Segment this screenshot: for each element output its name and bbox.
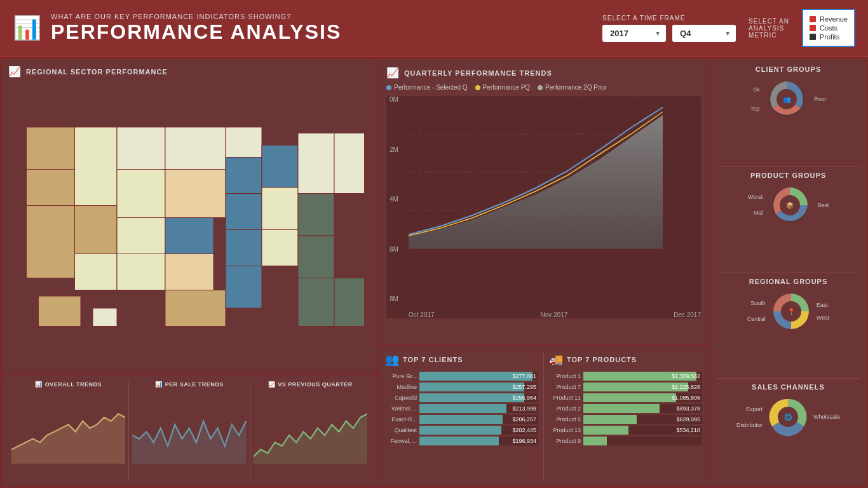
product-bar-row: Product 11 $1,085,806 <box>549 393 702 402</box>
left-panel: 📈 REGIONAL SECTOR PERFORMANCE <box>2 59 377 486</box>
state-nm[interactable] <box>117 254 165 290</box>
time-frame-label: SELECT A TIME FRAME <box>602 15 685 22</box>
state-nc-sc[interactable] <box>298 236 334 278</box>
client-bar-fill: $213,998 <box>419 404 506 413</box>
product-left-label: Worst Mid <box>748 194 763 216</box>
state-ak[interactable] <box>39 296 81 327</box>
state-tx[interactable] <box>165 290 226 327</box>
client-groups-title: CLIENT GROUPS <box>717 65 860 73</box>
state-mn[interactable] <box>226 127 262 158</box>
state-nv[interactable] <box>75 206 118 254</box>
client-bar-value: $206,257 <box>512 416 536 423</box>
state-ks[interactable] <box>165 218 214 254</box>
product-bar-value: $629,095 <box>676 416 700 423</box>
map-header: 📈 REGIONAL SECTOR PERFORMANCE <box>8 65 370 78</box>
products-block: 🚚 TOP 7 PRODUCTS Product 1 $1,309,582 Pr… <box>544 353 702 480</box>
client-bar-label: Medline <box>385 384 417 390</box>
quarterly-title: QUARTERLY PERFORMANCE TRENDS <box>404 69 552 77</box>
client-bar-label: Weimei ... <box>385 405 417 412</box>
overall-trends: 📊 OVERALL TRENDS <box>8 381 129 480</box>
client-bar-label: Qualitest <box>385 427 417 433</box>
clients-icon: 👥 <box>385 353 399 367</box>
product-bar-fill: $1,309,582 <box>583 372 696 381</box>
legend-selected: Performance - Selected Q <box>386 84 468 91</box>
product-bar-value: $534,210 <box>676 427 700 433</box>
state-fl[interactable] <box>334 278 365 327</box>
state-ky-wv[interactable] <box>298 194 334 236</box>
state-il[interactable] <box>262 187 298 230</box>
state-az[interactable] <box>75 254 118 290</box>
client-bar-track: $196,934 <box>419 437 538 445</box>
sales-donut-icon: 🌐 <box>784 413 792 421</box>
client-bar-row: Fenwal, ... $196,934 <box>385 437 538 445</box>
state-wa[interactable] <box>27 127 75 170</box>
overall-chart <box>11 391 125 480</box>
per-sale-icon: 📊 <box>155 381 163 388</box>
product-bar-track: $629,095 <box>583 415 702 424</box>
state-ar[interactable] <box>226 230 262 266</box>
client-bar-row: Qualitest $202,445 <box>385 426 538 435</box>
client-bar-label: Pure Gr... <box>385 373 417 379</box>
legend-dot-pq <box>475 85 480 90</box>
legend-2q: Performance 2Q Prior <box>538 84 607 91</box>
product-bar-fill: $893,378 <box>583 404 660 413</box>
year-select-wrapper[interactable]: 2017 <box>602 25 666 42</box>
legend-profits: Profits <box>810 33 848 41</box>
state-mt[interactable] <box>117 127 165 170</box>
map-container[interactable] <box>8 83 370 365</box>
state-ca[interactable] <box>27 206 75 278</box>
state-co[interactable] <box>117 218 165 254</box>
quarterly-header: 📈 QUARTERLY PERFORMANCE TRENDS <box>386 67 701 79</box>
state-mo[interactable] <box>226 194 262 230</box>
per-sale-title: 📊 PER SALE TRENDS <box>155 381 224 388</box>
client-bar-value: $257,295 <box>512 384 536 390</box>
client-bar-track: $256,964 <box>419 393 538 402</box>
legend-popup: Revenue Costs Profits <box>802 9 855 47</box>
quarterly-chart-area: 8M 6M 4M 2M 0M <box>386 96 701 318</box>
x-label-dec: Dec 2017 <box>674 311 701 318</box>
quarter-select-wrapper[interactable]: Q4 <box>672 25 736 42</box>
regional-right-label: EastWest <box>817 302 829 321</box>
product-bar-label: Product 9 <box>549 438 581 444</box>
state-pa-ny[interactable] <box>298 133 334 194</box>
state-ne-states[interactable] <box>334 133 365 194</box>
state-ms-tn[interactable] <box>262 230 298 266</box>
product-bar-row: Product 5 $629,095 <box>549 415 702 424</box>
state-ok[interactable] <box>165 254 214 290</box>
client-bar-fill: $257,295 <box>419 383 524 391</box>
state-ia[interactable] <box>226 158 262 194</box>
state-ne[interactable] <box>165 170 226 218</box>
state-id-mt[interactable] <box>75 127 118 206</box>
state-nd-sd[interactable] <box>165 127 226 170</box>
bottom-section: 👥 TOP 7 CLIENTS Pure Gr... $277,881 Medl… <box>379 346 709 486</box>
legend-costs: Costs <box>810 24 848 32</box>
state-la[interactable] <box>226 266 262 309</box>
client-groups-chart: 0k Top 👥 Poor <box>717 77 860 121</box>
clients-header: 👥 TOP 7 CLIENTS <box>385 353 538 367</box>
y-label-0m: 0M <box>390 96 398 103</box>
regional-groups-chart: South Central 📍 EastWest <box>717 289 860 334</box>
product-bar-row: Product 7 $1,225,826 <box>549 383 702 391</box>
quarter-select[interactable]: Q4 <box>672 25 736 42</box>
quarterly-icon: 📈 <box>386 67 399 79</box>
state-wi[interactable] <box>262 146 298 188</box>
state-or[interactable] <box>27 170 75 206</box>
state-hi[interactable] <box>93 308 117 327</box>
time-frame-selects: 2017 Q4 <box>602 25 736 42</box>
analysis-label2: ANALYSIS <box>749 25 789 32</box>
y-label-2m: 2M <box>390 146 398 153</box>
state-ga[interactable] <box>298 278 334 327</box>
y-label-6m: 6M <box>390 246 398 253</box>
regional-left-label: South Central <box>747 300 766 322</box>
time-frame-block: SELECT A TIME FRAME 2017 Q4 <box>602 15 736 42</box>
state-wy[interactable] <box>117 170 165 218</box>
product-bar-label: Product 5 <box>549 416 581 423</box>
product-bar-fill: $1,085,806 <box>583 393 676 402</box>
product-bar-track: $1,225,826 <box>583 383 702 391</box>
client-bar-row: Weimei ... $213,998 <box>385 404 538 413</box>
year-select[interactable]: 2017 <box>602 25 666 42</box>
costs-label: Costs <box>820 24 837 32</box>
y-label-4m: 4M <box>390 196 398 203</box>
client-right-label: Poor <box>814 96 826 102</box>
client-donut-svg: 👥 <box>764 77 809 121</box>
